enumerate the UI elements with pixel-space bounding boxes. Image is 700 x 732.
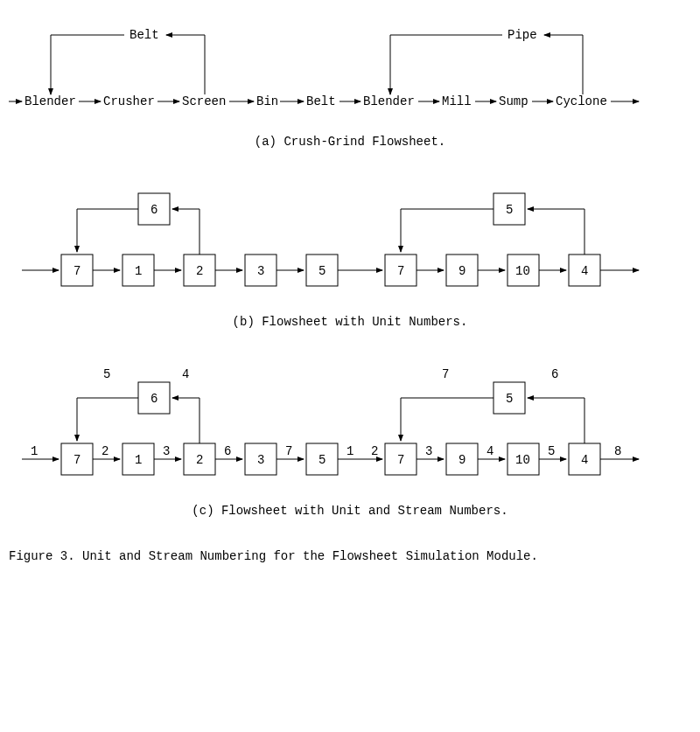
panel-c-caption: (c) Flowsheet with Unit and Stream Numbe… (9, 504, 691, 518)
svg-text:7: 7 (397, 453, 404, 467)
unit-box: 7 (385, 254, 416, 286)
stream-label: 7 (285, 444, 292, 458)
svg-text:5: 5 (506, 203, 513, 217)
svg-text:7: 7 (74, 264, 80, 278)
node-blender-2: Blender (363, 94, 415, 108)
recycle-box-2: 5 (494, 193, 525, 225)
stream-label: 2 (371, 444, 378, 458)
panel-b-diagram: 7 1 2 3 5 7 9 10 4 6 5 (9, 180, 691, 303)
unit-box: 7 (61, 443, 93, 475)
svg-text:10: 10 (515, 453, 530, 467)
unit-box: 5 (306, 443, 338, 475)
unit-box: 10 (508, 254, 539, 286)
node-cyclone: Cyclone (556, 94, 607, 108)
unit-box: 3 (245, 443, 276, 475)
svg-text:9: 9 (458, 453, 466, 467)
node-crusher: Crusher (103, 94, 155, 108)
svg-text:2: 2 (196, 453, 203, 467)
svg-text:4: 4 (581, 264, 588, 278)
unit-box: 2 (184, 254, 215, 286)
node-blender-1: Blender (24, 94, 76, 108)
stream-label: 5 (103, 367, 110, 381)
recycle-belt-label: Belt (130, 28, 159, 42)
unit-box: 3 (245, 254, 276, 286)
svg-text:7: 7 (397, 264, 404, 278)
unit-box: 7 (385, 443, 416, 475)
svg-text:1: 1 (135, 264, 142, 278)
unit-box: 4 (569, 254, 600, 286)
stream-label: 6 (224, 444, 231, 458)
panel-a-caption: (a) Crush-Grind Flowsheet. (9, 135, 691, 149)
panel-b-caption: (b) Flowsheet with Unit Numbers. (9, 315, 691, 329)
panel-c-diagram: 7 1 2 3 5 7 9 10 4 6 5 1 2 3 6 7 1 2 3 4… (9, 360, 691, 491)
node-mill: Mill (442, 94, 472, 108)
unit-box: 10 (508, 443, 539, 475)
stream-label: 4 (182, 367, 189, 381)
svg-text:7: 7 (74, 453, 80, 467)
node-sump: Sump (499, 94, 528, 108)
stream-label: 6 (551, 367, 558, 381)
stream-label: 7 (442, 367, 449, 381)
node-bin: Bin (256, 94, 278, 108)
svg-text:9: 9 (458, 264, 466, 278)
unit-box: 7 (61, 254, 93, 286)
unit-box: 5 (306, 254, 338, 286)
unit-box: 9 (446, 443, 478, 475)
unit-box: 4 (569, 443, 600, 475)
unit-box: 1 (122, 254, 154, 286)
svg-text:6: 6 (150, 203, 158, 217)
recycle-box-1: 6 (138, 193, 170, 225)
svg-text:10: 10 (515, 264, 530, 278)
node-screen: Screen (182, 94, 226, 108)
recycle-pipe-label: Pipe (508, 28, 537, 42)
unit-box: 9 (446, 254, 478, 286)
stream-label: 8 (614, 444, 621, 458)
stream-label: 1 (31, 444, 38, 458)
figure-caption: Figure 3. Unit and Stream Numbering for … (9, 549, 691, 563)
unit-box: 1 (122, 443, 154, 475)
recycle-box-2: 5 (494, 382, 525, 414)
svg-text:3: 3 (257, 453, 264, 467)
stream-label: 2 (102, 444, 108, 458)
svg-text:5: 5 (506, 392, 513, 406)
stream-label: 4 (486, 444, 494, 458)
node-belt: Belt (306, 94, 336, 108)
svg-text:6: 6 (150, 392, 158, 406)
svg-text:3: 3 (257, 264, 264, 278)
recycle-box-1: 6 (138, 382, 170, 414)
svg-text:4: 4 (581, 453, 588, 467)
svg-text:2: 2 (196, 264, 203, 278)
stream-label: 3 (163, 444, 170, 458)
svg-text:5: 5 (318, 264, 326, 278)
stream-label: 5 (548, 444, 555, 458)
panel-a-diagram: Blender Crusher Screen Bin Belt Blender … (9, 17, 691, 122)
stream-label: 3 (425, 444, 432, 458)
unit-box: 2 (184, 443, 215, 475)
svg-text:5: 5 (318, 453, 326, 467)
stream-label: 1 (346, 444, 354, 458)
svg-text:1: 1 (135, 453, 142, 467)
